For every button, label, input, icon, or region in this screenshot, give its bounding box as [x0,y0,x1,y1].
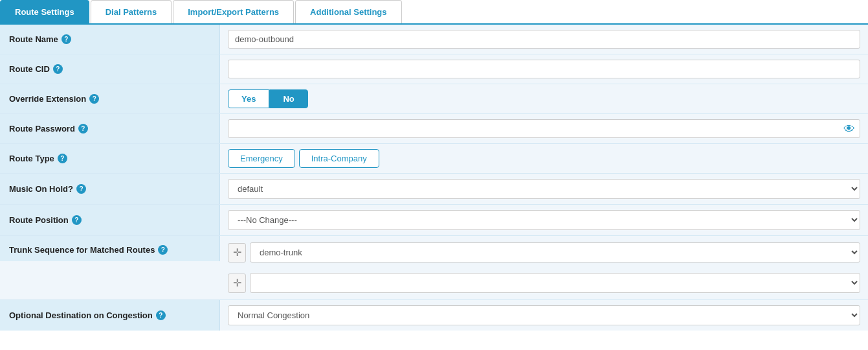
optional-destination-row: Optional Destination on Congestion ? Nor… [0,300,868,331]
tab-additional-settings[interactable]: Additional Settings [295,0,401,23]
route-position-label: Route Position ? [0,205,220,235]
route-position-select[interactable]: ---No Change--- 1 2 3 [228,210,860,230]
trunk-drag-handle-2[interactable]: ✛ [228,274,246,293]
route-name-help-icon[interactable]: ? [61,34,71,44]
route-name-row: Route Name ? [0,25,868,54]
override-extension-label: Override Extension ? [0,84,220,113]
override-no-button[interactable]: No [269,89,307,108]
route-password-input[interactable] [228,119,860,138]
override-extension-toggle: Yes No [228,89,308,108]
tab-dial-patterns[interactable]: Dial Patterns [91,0,172,23]
route-cid-help-icon[interactable]: ? [53,64,63,74]
route-cid-input[interactable] [228,60,860,78]
music-on-hold-select[interactable]: default none inherit [228,179,860,199]
trunk-select-2[interactable]: demo-trunk none [250,273,860,293]
tab-import-export[interactable]: Import/Export Patterns [173,0,294,23]
optional-destination-label: Optional Destination on Congestion ? [0,300,220,331]
override-yes-button[interactable]: Yes [228,89,269,108]
trunk-sequence-field: ✛ demo-trunk none ✛ demo-trunk none [220,236,868,299]
route-type-help-icon[interactable]: ? [58,154,67,163]
route-password-help-icon[interactable]: ? [78,124,88,134]
music-on-hold-row: Music On Hold? ? default none inherit [0,174,868,205]
route-type-group: Emergency Intra-Company [228,149,379,168]
route-password-row: Route Password ? 👁 [0,114,868,144]
trunk-drag-handle-1[interactable]: ✛ [228,243,246,262]
trunk-sequence-label: Trunk Sequence for Matched Routes ? [0,236,220,261]
optional-destination-field: Normal Congestion Busy Congestion Hangup [220,300,868,331]
trunk-select-wrapper-1: demo-trunk none [250,242,860,262]
trunk-sequence-help-icon[interactable]: ? [158,245,168,255]
route-name-label: Route Name ? [0,25,220,54]
route-password-field: 👁 [220,114,868,143]
password-wrapper: 👁 [228,119,860,138]
optional-destination-select[interactable]: Normal Congestion Busy Congestion Hangup [228,305,860,325]
trunk-select-1[interactable]: demo-trunk none [250,242,860,262]
route-type-row: Route Type ? Emergency Intra-Company [0,144,868,174]
eye-icon[interactable]: 👁 [843,122,855,135]
route-type-emergency-button[interactable]: Emergency [228,149,295,168]
override-extension-help-icon[interactable]: ? [89,94,99,104]
route-type-label: Route Type ? [0,144,220,173]
route-type-field: Emergency Intra-Company [220,144,868,173]
trunk-row-2: ✛ demo-trunk none [228,273,860,293]
override-extension-row: Override Extension ? Yes No [0,84,868,114]
optional-destination-help-icon[interactable]: ? [156,310,166,320]
trunk-row-1: ✛ demo-trunk none [228,242,860,262]
route-type-intra-company-button[interactable]: Intra-Company [299,149,379,168]
override-extension-field: Yes No [220,84,868,113]
route-position-row: Route Position ? ---No Change--- 1 2 3 [0,205,868,236]
route-name-field [220,25,868,54]
trunk-select-wrapper-2: demo-trunk none [250,273,860,293]
music-on-hold-field: default none inherit [220,174,868,204]
route-cid-row: Route CID ? [0,54,868,84]
tab-bar: Route Settings Dial Patterns Import/Expo… [0,0,868,25]
tab-route-settings[interactable]: Route Settings [0,0,89,23]
trunk-sequence-row: Trunk Sequence for Matched Routes ? ✛ de… [0,236,868,300]
music-on-hold-label: Music On Hold? ? [0,174,220,204]
music-on-hold-help-icon[interactable]: ? [76,184,86,194]
route-cid-field [220,54,868,84]
route-cid-label: Route CID ? [0,54,220,84]
route-position-help-icon[interactable]: ? [72,215,82,225]
route-password-label: Route Password ? [0,114,220,143]
route-position-field: ---No Change--- 1 2 3 [220,205,868,235]
form-content: Route Name ? Route CID ? Override Extens… [0,25,868,331]
route-name-input[interactable] [228,30,860,49]
